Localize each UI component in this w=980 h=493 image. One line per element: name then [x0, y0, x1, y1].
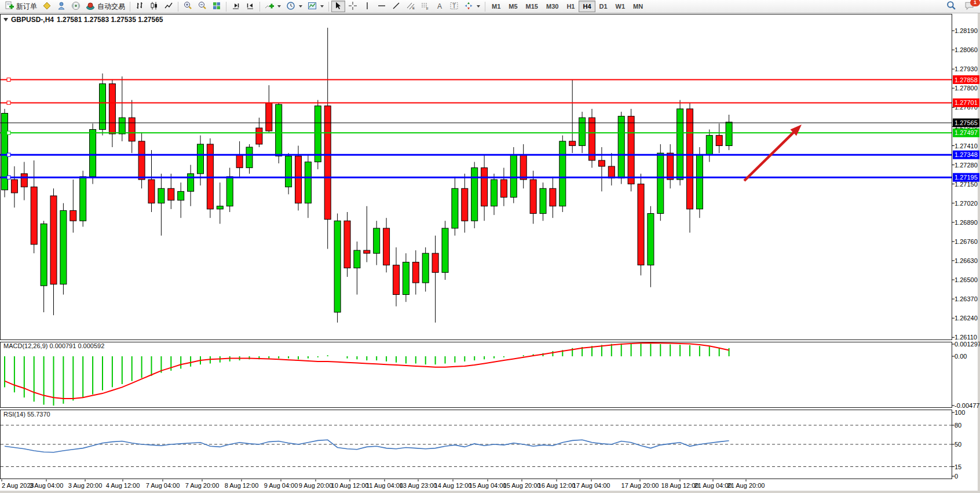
svg-text:T: T: [452, 3, 456, 9]
equidistant-channel-tool-button[interactable]: E: [404, 1, 418, 12]
candlestick-button[interactable]: [147, 1, 161, 12]
timeframe-button-m1[interactable]: M1: [488, 1, 504, 12]
signals-button[interactable]: [69, 1, 83, 12]
text-tool-button[interactable]: A: [433, 1, 447, 12]
macd-pane-frame: [1, 342, 952, 408]
new-order-label: 新订单: [16, 2, 37, 12]
zoom-out-icon: [198, 1, 207, 12]
timeframe-button-h1[interactable]: H1: [562, 1, 579, 12]
svg-text:1.27195: 1.27195: [955, 174, 978, 181]
arrows-tool-button[interactable]: [462, 1, 482, 12]
svg-text:9 Aug 20:00: 9 Aug 20:00: [299, 482, 333, 489]
market-watch-icon: [57, 1, 66, 12]
fibonacci-tool-button[interactable]: F: [418, 1, 432, 12]
svg-text:0.00: 0.00: [955, 353, 967, 360]
timeframe-button-m5[interactable]: M5: [504, 1, 521, 12]
svg-text:1.27280: 1.27280: [955, 162, 978, 169]
periods-button[interactable]: [284, 1, 305, 12]
line-anchor-marker: [7, 153, 10, 156]
timeframe-button-m30[interactable]: M30: [542, 1, 562, 12]
svg-text:15 Aug 04:00: 15 Aug 04:00: [469, 482, 507, 489]
svg-text:17 Aug 20:00: 17 Aug 20:00: [621, 482, 659, 489]
templates-button[interactable]: [305, 1, 326, 12]
vertical-line-tool-button[interactable]: [360, 1, 374, 12]
bar-chart-icon: [135, 1, 144, 12]
timeframe-button-mn[interactable]: MN: [629, 1, 647, 12]
profiles-icon: [42, 1, 52, 12]
horizontal-line-tool-button[interactable]: [375, 1, 389, 12]
fibonacci-icon: F: [420, 1, 430, 12]
line-anchor-marker: [7, 78, 10, 82]
toolbar-separator: [130, 2, 130, 12]
svg-text:100: 100: [955, 409, 965, 416]
text-icon: A: [435, 1, 444, 12]
text-label-tool-button[interactable]: T: [447, 1, 461, 12]
chat-button[interactable]: 1: [962, 1, 977, 12]
svg-text:80: 80: [955, 422, 961, 429]
svg-text:1.27800: 1.27800: [955, 85, 978, 92]
svg-text:13 Aug 23:00: 13 Aug 23:00: [400, 482, 437, 489]
new-order-button[interactable]: 新订单: [2, 1, 39, 12]
svg-text:11 Aug 04:00: 11 Aug 04:00: [366, 482, 403, 489]
svg-text:10 Aug 12:00: 10 Aug 12:00: [331, 482, 369, 489]
svg-text:1.27410: 1.27410: [955, 143, 978, 149]
search-button[interactable]: [944, 1, 959, 12]
mt4-window: { "window": { "title_symbol": "GBPUSD-,H…: [0, 0, 980, 493]
svg-text:50: 50: [955, 441, 961, 448]
tile-windows-button[interactable]: [210, 1, 224, 12]
line-chart-button[interactable]: [162, 1, 175, 12]
svg-text:1.26240: 1.26240: [955, 315, 978, 322]
toolbar-separator: [485, 2, 485, 12]
svg-text:A: A: [437, 2, 442, 10]
svg-text:1.26890: 1.26890: [955, 219, 978, 226]
crosshair-icon: [348, 1, 357, 12]
timeframe-button-w1[interactable]: W1: [612, 1, 630, 12]
auto-scroll-button[interactable]: [229, 1, 243, 12]
svg-text:1.27701: 1.27701: [955, 99, 978, 106]
svg-text:0: 0: [955, 473, 958, 480]
svg-text:1.26110: 1.26110: [955, 334, 977, 341]
candlestick-icon: [149, 1, 159, 12]
chart-shift-icon: [246, 1, 255, 12]
dropdown-caret-icon: [320, 5, 324, 8]
chart-area[interactable]: 1.281901.280601.279301.278001.276701.275…: [0, 0, 980, 493]
profiles-button[interactable]: [40, 1, 54, 12]
zoom-in-button[interactable]: [181, 1, 195, 12]
svg-text:1.26500: 1.26500: [955, 276, 978, 283]
autotrade-button[interactable]: 自动交易: [83, 1, 127, 12]
svg-text:7 Aug 20:00: 7 Aug 20:00: [185, 482, 220, 489]
rsi-label: RSI(14) 55.7370: [3, 411, 50, 418]
svg-text:1.27858: 1.27858: [955, 76, 978, 83]
indicators-icon: [265, 1, 274, 12]
timeframe-button-h4[interactable]: H4: [579, 1, 595, 12]
svg-text:1.26760: 1.26760: [955, 238, 978, 245]
text-label-icon: T: [449, 1, 459, 12]
chart-shift-button[interactable]: [243, 1, 257, 12]
zoom-out-button[interactable]: [195, 1, 209, 12]
timeframe-button-m15[interactable]: M15: [522, 1, 542, 12]
trendline-tool-button[interactable]: [389, 1, 403, 12]
line-anchor-marker: [7, 176, 10, 179]
svg-text:3 Aug 20:00: 3 Aug 20:00: [68, 482, 103, 489]
crosshair-tool-button[interactable]: [346, 1, 360, 12]
horizontal-line-icon: [377, 1, 386, 12]
market-watch-button[interactable]: [54, 1, 68, 12]
tile-windows-icon: [212, 1, 221, 12]
window-bottom-edge: [0, 491, 980, 493]
collapse-triangle-icon[interactable]: [3, 18, 8, 21]
search-icon: [946, 1, 956, 12]
svg-text:7 Aug 04:00: 7 Aug 04:00: [146, 482, 180, 489]
cursor-tool-button[interactable]: [331, 1, 345, 12]
line-anchor-marker: [7, 131, 10, 134]
line-anchor-marker: [7, 101, 10, 104]
svg-text:18 Aug 12:00: 18 Aug 12:00: [661, 482, 699, 489]
indicators-button[interactable]: [262, 1, 283, 12]
autotrade-icon: [86, 1, 95, 12]
svg-text:17 Aug 04:00: 17 Aug 04:00: [573, 482, 610, 489]
arrows-icon: [464, 1, 473, 12]
templates-icon: [308, 1, 317, 12]
timeframe-button-d1[interactable]: D1: [595, 1, 612, 12]
bar-chart-button[interactable]: [133, 1, 147, 12]
window-right-edge: [978, 0, 980, 493]
svg-text:21 Aug 20:00: 21 Aug 20:00: [727, 482, 765, 489]
